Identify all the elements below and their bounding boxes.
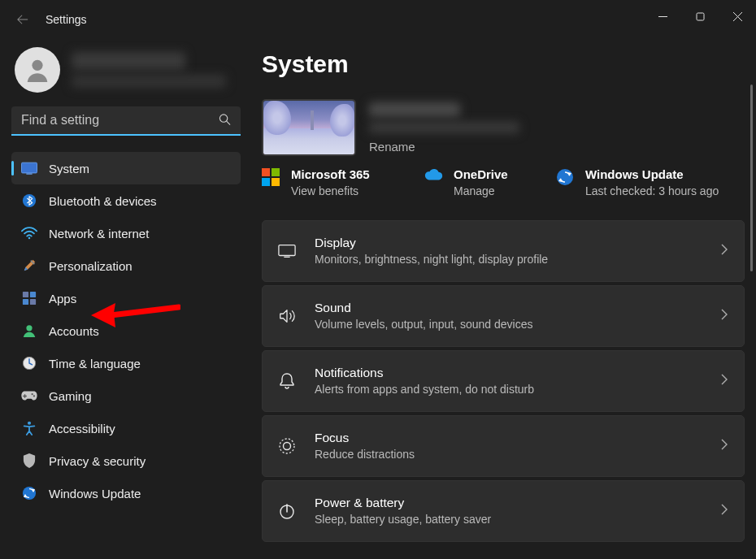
sidebar-item-windows-update[interactable]: Windows Update (11, 477, 241, 509)
status-row: Microsoft 365 View benefits OneDrive Man… (262, 166, 745, 199)
svg-rect-18 (279, 245, 295, 256)
sidebar-item-apps[interactable]: Apps (11, 282, 241, 314)
device-model-redacted (369, 122, 519, 133)
sidebar-item-accounts[interactable]: Accounts (11, 314, 241, 347)
bluetooth-icon (21, 193, 37, 209)
status-sub: Manage (454, 183, 508, 199)
svg-point-11 (26, 325, 32, 331)
sidebar-item-label: Apps (49, 292, 76, 306)
paintbrush-icon (21, 258, 37, 274)
sidebar-item-privacy-security[interactable]: Privacy & security (11, 444, 241, 477)
svg-rect-7 (23, 292, 28, 297)
card-sub: Reduce distractions (315, 447, 721, 462)
svg-rect-10 (30, 299, 36, 305)
device-info: Rename (369, 99, 519, 154)
back-button[interactable] (11, 8, 34, 31)
card-display[interactable]: Display Monitors, brightness, night ligh… (262, 220, 745, 282)
sidebar-item-label: Gaming (49, 389, 92, 403)
user-email-redacted (72, 75, 226, 88)
status-title: Windows Update (585, 166, 719, 183)
update-icon (21, 485, 37, 501)
sidebar-item-label: System (49, 162, 89, 176)
status-sub: Last checked: 3 hours ago (585, 183, 719, 199)
bell-icon (277, 371, 297, 391)
rename-link[interactable]: Rename (369, 140, 519, 154)
svg-rect-4 (26, 173, 32, 174)
microsoft365-icon (262, 168, 280, 186)
sound-icon (277, 306, 297, 326)
card-focus[interactable]: Focus Reduce distractions (262, 415, 745, 477)
chevron-right-icon (721, 244, 728, 258)
status-onedrive[interactable]: OneDrive Manage (424, 166, 537, 199)
card-sub: Monitors, brightness, night light, displ… (315, 252, 721, 267)
sidebar-item-personalization[interactable]: Personalization (11, 249, 241, 282)
system-icon (21, 160, 37, 176)
settings-cards: Display Monitors, brightness, night ligh… (262, 220, 745, 542)
gamepad-icon (21, 388, 37, 404)
content-area: System Bluetooth & devices Network & int… (0, 39, 756, 559)
wifi-icon (21, 225, 37, 241)
svg-rect-8 (30, 292, 36, 297)
card-title: Power & battery (315, 495, 721, 512)
card-sound[interactable]: Sound Volume levels, output, input, soun… (262, 285, 745, 347)
scrollbar[interactable] (750, 84, 753, 271)
svg-point-17 (557, 169, 573, 185)
sidebar-item-label: Bluetooth & devices (49, 194, 157, 208)
status-m365[interactable]: Microsoft 365 View benefits (262, 166, 405, 199)
close-button[interactable] (719, 0, 756, 32)
back-arrow-icon (17, 14, 28, 25)
search-input[interactable] (11, 106, 241, 136)
power-icon (277, 501, 297, 521)
svg-rect-0 (697, 13, 704, 20)
apps-icon (21, 290, 37, 306)
svg-point-1 (32, 59, 42, 70)
svg-point-19 (280, 439, 294, 453)
svg-point-14 (33, 395, 35, 396)
card-title: Sound (315, 300, 721, 317)
user-name-redacted (72, 52, 185, 70)
card-sub: Alerts from apps and system, do not dist… (315, 382, 721, 397)
chevron-right-icon (721, 504, 728, 518)
user-block[interactable] (11, 39, 241, 100)
status-windows-update[interactable]: Windows Update Last checked: 3 hours ago (556, 166, 745, 199)
main-panel: System Rename Microsoft 365 View benefit… (252, 39, 756, 559)
sidebar-item-label: Privacy & security (49, 454, 146, 468)
update-circle-icon (556, 168, 574, 186)
chevron-right-icon (721, 309, 728, 323)
maximize-button[interactable] (681, 0, 719, 32)
sidebar-item-bluetooth[interactable]: Bluetooth & devices (11, 184, 241, 217)
sidebar-item-accessibility[interactable]: Accessibility (11, 412, 241, 444)
sidebar-item-system[interactable]: System (11, 152, 241, 184)
user-details (72, 52, 241, 88)
sidebar-item-gaming[interactable]: Gaming (11, 379, 241, 412)
window-title: Settings (46, 13, 87, 26)
status-title: OneDrive (454, 166, 508, 183)
maximize-icon (696, 12, 705, 21)
card-power-battery[interactable]: Power & battery Sleep, battery usage, ba… (262, 480, 745, 542)
svg-rect-3 (21, 162, 37, 173)
shield-icon (21, 453, 37, 469)
svg-point-15 (28, 422, 31, 425)
sidebar-item-network[interactable]: Network & internet (11, 217, 241, 249)
sidebar-item-time-language[interactable]: Time & language (11, 347, 241, 379)
sidebar-item-label: Accessibility (49, 422, 115, 436)
search-wrap (11, 106, 241, 136)
titlebar: Settings (0, 0, 756, 39)
svg-point-20 (284, 443, 291, 450)
chevron-right-icon (721, 374, 728, 388)
svg-point-13 (32, 393, 33, 395)
minimize-icon (658, 12, 667, 21)
page-title: System (262, 50, 745, 78)
clock-globe-icon (21, 355, 37, 371)
device-row: Rename (262, 99, 745, 156)
display-icon (277, 241, 297, 261)
accounts-icon (21, 323, 37, 339)
sidebar-item-label: Time & language (49, 357, 141, 370)
card-notifications[interactable]: Notifications Alerts from apps and syste… (262, 350, 745, 412)
minimize-button[interactable] (644, 0, 681, 32)
sidebar-item-label: Personalization (49, 259, 133, 273)
desktop-thumbnail[interactable] (262, 99, 356, 156)
avatar (15, 47, 60, 93)
close-icon (733, 12, 742, 21)
sidebar-item-label: Windows Update (49, 487, 141, 500)
